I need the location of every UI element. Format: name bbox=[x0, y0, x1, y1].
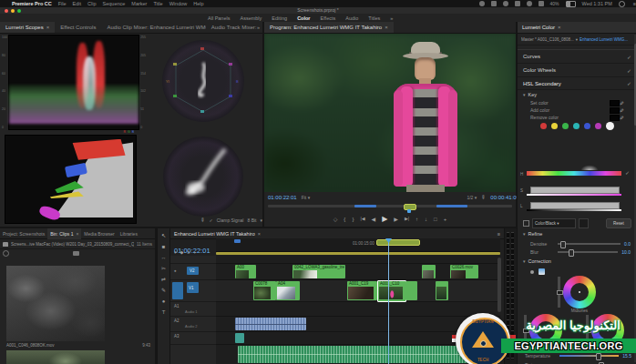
workspace-overflow-icon[interactable]: » bbox=[390, 15, 393, 21]
audio-clip-teal[interactable] bbox=[235, 333, 244, 343]
tab-project[interactable]: Project: Screenshots bbox=[0, 228, 47, 239]
wheels-enabled-check-icon[interactable]: ✓ bbox=[627, 67, 631, 74]
tab-lumetri-color[interactable]: Lumetri Color bbox=[522, 25, 555, 30]
resolution-dropdown[interactable]: 1/2 ▾ bbox=[467, 195, 477, 200]
saturation-range-slider[interactable]: S bbox=[527, 187, 621, 198]
minimize-window-button[interactable] bbox=[11, 9, 15, 13]
white-dot[interactable] bbox=[606, 122, 614, 130]
track-header-a2[interactable]: A2 Audio 2 bbox=[170, 317, 216, 332]
yellow-dot[interactable] bbox=[551, 123, 558, 129]
lock-icon[interactable]: ● bbox=[174, 268, 177, 273]
track-header-a3[interactable]: A3 bbox=[170, 332, 216, 345]
wifi-icon[interactable] bbox=[539, 1, 544, 6]
correction-radio[interactable] bbox=[530, 270, 534, 274]
workspace-assembly[interactable]: Assembly bbox=[240, 15, 262, 21]
temperature-value[interactable]: 15.5 bbox=[622, 353, 631, 359]
timeline-clip[interactable]: A04 bbox=[276, 281, 300, 300]
denoise-slider[interactable] bbox=[558, 243, 621, 245]
bit-depth-value[interactable]: 8 Bit bbox=[247, 217, 256, 223]
workspace-effects[interactable]: Effects bbox=[321, 15, 336, 21]
shadows-level-slider[interactable] bbox=[524, 315, 527, 346]
invert-mask-icon[interactable] bbox=[579, 218, 589, 228]
midtones-color-wheel[interactable] bbox=[563, 276, 596, 308]
work-area-bar[interactable] bbox=[216, 252, 500, 255]
disclosure-triangle-icon[interactable]: ▾ bbox=[523, 92, 526, 97]
magenta-dot[interactable] bbox=[595, 123, 601, 129]
track-a3[interactable] bbox=[216, 332, 500, 345]
blur-value[interactable]: 10.0 bbox=[621, 249, 631, 255]
shadows-color-wheel[interactable] bbox=[529, 314, 562, 347]
tab-program-monitor[interactable]: Program: Enhanced Lumetri WMG IT Takahir… bbox=[264, 22, 394, 33]
refine-section-header[interactable]: ▾ Refine bbox=[523, 231, 542, 237]
timeline-clip[interactable]: A00 bbox=[235, 265, 256, 278]
red-dot[interactable] bbox=[540, 123, 547, 129]
track-v3[interactable] bbox=[216, 256, 500, 264]
menu-clock[interactable]: Wed 1:31 PM bbox=[582, 1, 612, 6]
hand-tool-icon[interactable]: ● bbox=[162, 298, 166, 304]
menu-window[interactable]: Window bbox=[169, 1, 188, 6]
bin-path[interactable]: Screens...ive MacFac (Video) W201 Day_03… bbox=[11, 242, 134, 247]
menu-help[interactable]: Help bbox=[193, 1, 203, 6]
extract-icon[interactable]: ↓ bbox=[425, 217, 427, 222]
close-window-button[interactable] bbox=[5, 9, 8, 13]
ripple-edit-tool-icon[interactable]: ↔ bbox=[161, 255, 167, 260]
slip-tool-icon[interactable]: ⇄ bbox=[161, 277, 166, 282]
cyan-dot[interactable] bbox=[573, 123, 580, 129]
luma-range-slider[interactable]: L bbox=[527, 202, 621, 214]
clamp-signal-label[interactable]: Clamp Signal bbox=[217, 217, 244, 223]
menu-title[interactable]: Title bbox=[153, 1, 162, 6]
button-editor-icon[interactable]: + bbox=[444, 217, 447, 222]
step-forward-icon[interactable]: ▶ bbox=[394, 217, 398, 222]
sync-status-icon[interactable] bbox=[479, 1, 485, 6]
menu-edit[interactable]: Edit bbox=[73, 1, 81, 6]
green-dot[interactable] bbox=[562, 123, 569, 129]
reset-button[interactable]: Reset bbox=[606, 218, 631, 228]
tab-media-browser[interactable]: Media Browser bbox=[81, 228, 117, 239]
clip-filename[interactable]: A001_C046_0808OK.mov bbox=[6, 343, 55, 348]
matte-mode-dropdown[interactable]: Color/Black ▾ bbox=[532, 218, 576, 228]
clip-thumbnail-rock[interactable] bbox=[6, 266, 105, 341]
section-curves[interactable]: Curves ✓ bbox=[518, 49, 636, 64]
sequence-marker-blue[interactable] bbox=[234, 239, 241, 243]
timeline-clip[interactable]: A001_C19 bbox=[347, 281, 377, 300]
timeline-playhead[interactable] bbox=[388, 238, 389, 364]
tab-audio-track-mixer[interactable]: Audio Track Mixer: Enh bbox=[206, 22, 257, 33]
track-select-tool-icon[interactable]: ■ bbox=[162, 244, 166, 249]
key-preview-checkbox[interactable] bbox=[523, 220, 529, 227]
razor-tool-icon[interactable]: ✂ bbox=[161, 266, 166, 271]
workspace-titles[interactable]: Titles bbox=[368, 15, 380, 21]
type-tool-icon[interactable]: T bbox=[162, 309, 166, 315]
app-status-icon[interactable] bbox=[491, 1, 497, 6]
tab-bin-clips[interactable]: Bin: Clips 1× bbox=[47, 228, 81, 239]
program-video-frame[interactable] bbox=[264, 34, 516, 192]
track-v2[interactable]: A00 0042_LOWA3_gasoline_tre C0026.mov bbox=[216, 264, 500, 280]
remove-color-eyedropper-icon[interactable]: ✎ bbox=[619, 115, 625, 119]
midtones-level-slider[interactable] bbox=[558, 277, 560, 308]
key-section-header[interactable]: ▾ Key bbox=[518, 90, 636, 99]
add-track-icon[interactable]: + bbox=[193, 250, 196, 255]
add-color-eyedropper-icon[interactable]: ✎ bbox=[619, 107, 625, 112]
play-button-icon[interactable]: ▶ bbox=[382, 216, 387, 223]
effect-clip-label[interactable]: Enhanced Lumetri WMG... bbox=[580, 37, 628, 42]
navigate-bin-icon[interactable] bbox=[73, 251, 79, 256]
timeline-ruler[interactable]: 01:00:15:00 bbox=[216, 238, 500, 252]
master-clip-label[interactable]: Master * A001_C106_0808... bbox=[521, 37, 574, 42]
menu-app-name[interactable]: Premiere Pro CC bbox=[12, 1, 52, 6]
scopes-settings-wrench-icon[interactable]: ✎ bbox=[200, 216, 208, 224]
timeline-clip[interactable] bbox=[405, 281, 417, 300]
panel-menu-icon[interactable]: ≡ bbox=[498, 231, 500, 237]
go-to-in-icon[interactable]: |◀ bbox=[360, 217, 364, 221]
program-scrubber[interactable] bbox=[268, 203, 512, 210]
track-v1[interactable]: C0078 A04 A001_C19 A001_C10 bbox=[216, 280, 500, 302]
go-to-out-icon[interactable]: ▶| bbox=[405, 217, 409, 221]
bin-icon[interactable] bbox=[3, 242, 8, 247]
bit-depth-caret-icon[interactable]: ▾ bbox=[260, 217, 262, 223]
spotlight-search-icon[interactable] bbox=[619, 1, 625, 7]
search-icon[interactable] bbox=[3, 250, 9, 257]
timeline-settings-icon[interactable]: ≡ bbox=[187, 250, 190, 255]
program-duration[interactable]: 00:00:41:09 bbox=[490, 195, 519, 200]
tab-lumetri-scopes[interactable]: Lumetri Scopes× bbox=[0, 22, 55, 33]
fit-dropdown[interactable]: Fit ▾ bbox=[302, 195, 310, 200]
add-marker-icon[interactable]: ◇ bbox=[333, 217, 338, 222]
caret-down-icon[interactable]: ▾ bbox=[576, 37, 578, 42]
